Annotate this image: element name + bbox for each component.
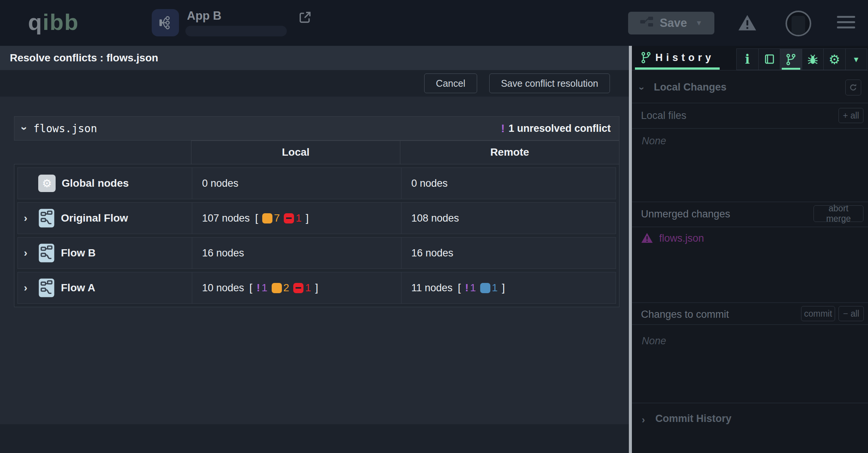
unresolved-conflict-badge: ! 1 unresolved conflict — [501, 122, 611, 135]
expand-icon[interactable]: › — [24, 283, 32, 293]
unresolved-conflict-text: 1 unresolved conflict — [509, 123, 611, 134]
cell-remote: 0 nodes — [401, 168, 616, 199]
cell-local: 107 nodes[71] — [192, 203, 401, 234]
change-badge-added: 1 — [480, 282, 498, 294]
tab-bug-icon[interactable] — [802, 49, 824, 70]
expand-icon[interactable]: › — [24, 248, 32, 258]
modified-badge-icon — [262, 213, 272, 223]
tab-caret-down-icon[interactable]: ▼ — [845, 49, 867, 70]
row-label: Global nodes — [62, 177, 129, 189]
app-subtitle-redacted — [185, 26, 287, 36]
top-header: qibb App B — [0, 0, 868, 46]
deploy-icon — [640, 16, 653, 30]
external-link-icon[interactable] — [297, 10, 313, 25]
change-badge-deleted: 1 — [284, 212, 302, 224]
conflict-exclamation-icon: ! — [257, 282, 260, 294]
cancel-button[interactable]: Cancel — [424, 73, 477, 93]
commit-button[interactable]: commit — [801, 306, 835, 321]
modified-count: 7 — [274, 212, 280, 224]
flow-icon — [38, 278, 55, 298]
config-nodes-icon: ⚙ — [38, 175, 56, 192]
node-count-text: 0 nodes — [202, 178, 238, 189]
tab-book-icon[interactable] — [758, 49, 780, 70]
cell-local: 10 nodes[!121] — [192, 272, 401, 303]
change-badge-conflict: !1 — [465, 282, 476, 294]
sidebar-title-underline — [635, 67, 720, 70]
changes-to-commit-label: Changes to commit — [641, 309, 729, 320]
node-count-text: 108 nodes — [411, 212, 459, 224]
change-badge-deleted: 1 — [293, 282, 311, 294]
file-name: flows.json — [33, 122, 97, 135]
tab-info-icon[interactable]: i — [737, 49, 758, 70]
section-commit-history[interactable]: › Commit History — [632, 411, 868, 429]
tab-gear-icon[interactable]: ⚙ — [823, 49, 845, 70]
divider — [632, 227, 868, 227]
save-caret-icon[interactable]: ▼ — [695, 19, 703, 27]
chevron-right-icon[interactable]: › — [642, 414, 645, 426]
avatar[interactable] — [786, 11, 811, 36]
logo-part-ibb: ibb — [43, 9, 79, 35]
divider — [632, 324, 868, 325]
expand-icon[interactable]: › — [24, 213, 32, 223]
node-count-text: 16 nodes — [411, 247, 453, 259]
cell-label: ⚙Global nodes — [18, 168, 192, 199]
cell-remote: 11 nodes[!11] — [401, 272, 616, 303]
tab-git-branch-icon[interactable] — [780, 49, 802, 70]
conflict-rows: ⚙Global nodes0 nodes0 nodes›Original Flo… — [14, 164, 619, 307]
flow-icon — [38, 243, 55, 263]
divider — [632, 128, 868, 129]
main-region: Resolve conflicts : flows.json Cancel Sa… — [0, 46, 629, 453]
row-label: Flow A — [61, 282, 95, 294]
unmerged-file-row[interactable]: flows.json — [632, 231, 868, 248]
node-count-text: 0 nodes — [411, 178, 448, 189]
change-badge-modified: 2 — [272, 282, 289, 294]
cell-label: ›Original Flow — [18, 203, 192, 234]
warning-icon[interactable] — [738, 14, 757, 33]
menu-icon[interactable] — [837, 16, 855, 32]
node-count-text: 11 nodes — [411, 282, 453, 294]
app-icon — [152, 9, 179, 36]
modified-count: 2 — [283, 282, 289, 294]
save-conflict-resolution-button[interactable]: Save conflict resolution — [489, 73, 610, 93]
app-root: qibb App B — [0, 0, 868, 453]
stage-all-button[interactable]: + all — [838, 108, 863, 123]
conflict-card: › flows.json ! 1 unresolved conflict Loc… — [14, 116, 619, 307]
unmerged-file-name: flows.json — [659, 233, 704, 244]
column-header-remote: Remote — [400, 141, 619, 164]
sidebar-title: History — [655, 52, 714, 64]
deleted-count: 1 — [305, 282, 311, 294]
file-section-header[interactable]: › flows.json ! 1 unresolved conflict — [14, 116, 619, 141]
badge-group: [!11] — [458, 282, 505, 294]
deploy-save-button[interactable]: Save ▼ — [628, 12, 714, 34]
section-changes-to-commit: Changes to commit commit − all — [632, 306, 868, 323]
panel-splitter[interactable] — [629, 46, 632, 453]
table-row[interactable]: ›Flow B16 nodes16 nodes — [17, 237, 616, 269]
table-header: Local Remote — [14, 141, 619, 164]
flow-icon — [38, 208, 55, 228]
unstage-all-button[interactable]: − all — [838, 306, 864, 321]
table-row[interactable]: ›Flow A10 nodes[!121]11 nodes[!11] — [17, 272, 616, 304]
cell-label: ›Flow A — [18, 272, 192, 303]
refresh-button[interactable] — [845, 80, 861, 95]
app-name: App B — [187, 9, 221, 23]
sidebar: History i⚙▼ › Local Changes Local files … — [632, 46, 868, 453]
cell-label: ›Flow B — [18, 237, 192, 269]
conflict-panel: › flows.json ! 1 unresolved conflict Loc… — [0, 97, 629, 424]
unmerged-changes-label: Unmerged changes — [641, 208, 730, 220]
added-badge-icon — [480, 283, 490, 293]
abort-merge-button[interactable]: abort merge — [814, 205, 863, 222]
column-header-local: Local — [191, 141, 400, 164]
chevron-down-icon[interactable]: › — [636, 87, 648, 90]
collapse-icon[interactable]: › — [19, 127, 30, 130]
qibb-logo[interactable]: qibb — [28, 8, 79, 36]
table-row[interactable]: ›Original Flow107 nodes[71]108 nodes — [17, 202, 616, 234]
node-count-text: 10 nodes — [202, 282, 244, 294]
action-bar: Cancel Save conflict resolution — [0, 70, 629, 97]
badge-group: [71] — [255, 212, 309, 224]
section-local-changes[interactable]: › Local Changes — [632, 80, 868, 98]
save-label: Save — [660, 16, 687, 30]
row-label: Original Flow — [61, 212, 128, 224]
cell-local: 0 nodes — [192, 168, 401, 199]
row-label: Flow B — [61, 247, 96, 259]
change-badge-modified: 7 — [262, 212, 280, 224]
